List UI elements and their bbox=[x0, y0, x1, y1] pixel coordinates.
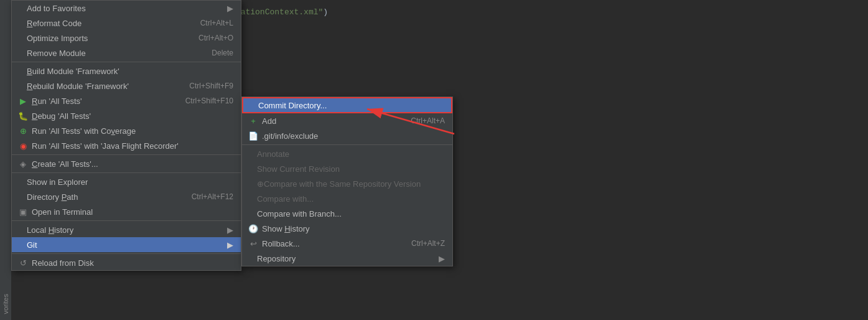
debug-icon: 🐛 bbox=[17, 111, 29, 121]
menu-item-create-tests[interactable]: ◈ Create 'All Tests'... bbox=[12, 156, 241, 171]
clock-icon: 🕐 bbox=[247, 224, 259, 233]
separator-4 bbox=[12, 220, 241, 221]
menu-item-run-tests[interactable]: ▶ Run 'All Tests' Ctrl+Shift+F10 bbox=[12, 93, 241, 108]
commit-dir-label: Commit Directory... bbox=[258, 101, 327, 110]
menu-item-git-compare-branch[interactable]: Compare with Branch... bbox=[242, 206, 452, 221]
separator-5 bbox=[12, 253, 241, 254]
menu-item-add-favorites[interactable]: Add to Favorites ▶ bbox=[12, 1, 241, 16]
main-context-menu: Add to Favorites ▶ Reformat Code Ctrl+Al… bbox=[11, 0, 241, 271]
menu-item-git-add[interactable]: + Add Ctrl+Alt+A bbox=[242, 113, 452, 128]
recorder-icon: ◉ bbox=[17, 141, 29, 151]
reload-icon: ↺ bbox=[17, 258, 29, 268]
menu-item-git-show-revision: Show Current Revision bbox=[242, 161, 452, 176]
file-icon: 📄 bbox=[247, 131, 259, 141]
separator-3 bbox=[12, 172, 241, 173]
menu-item-git-repository[interactable]: Repository ▶ bbox=[242, 251, 452, 266]
git-separator-1 bbox=[242, 144, 452, 145]
menu-item-build-module[interactable]: Build Module 'Framework' bbox=[12, 64, 241, 78]
coverage-icon: ⊕ bbox=[17, 126, 29, 136]
sidebar-label: vorites bbox=[2, 294, 9, 314]
menu-item-open-terminal[interactable]: ▣ Open in Terminal bbox=[12, 204, 241, 219]
menu-item-commit-dir[interactable]: Commit Directory... bbox=[242, 97, 452, 113]
git-submenu: Commit Directory... + Add Ctrl+Alt+A 📄 .… bbox=[241, 96, 453, 266]
arrow-icon-git: ▶ bbox=[215, 240, 233, 250]
menu-item-reload-disk[interactable]: ↺ Reload from Disk bbox=[12, 255, 241, 270]
terminal-icon: ▣ bbox=[17, 207, 29, 217]
add-favorites-label: Add to Favorites bbox=[27, 4, 86, 13]
menu-item-reformat-code[interactable]: Reformat Code Ctrl+Alt+L bbox=[12, 16, 241, 31]
menu-item-git-compare-repo: ⊕ Compare with the Same Repository Versi… bbox=[242, 176, 452, 191]
menu-item-git-exclude[interactable]: 📄 .git/info/exclude bbox=[242, 128, 452, 143]
rollback-icon: ↩ bbox=[247, 239, 259, 248]
menu-item-git-rollback[interactable]: ↩ Rollback... Ctrl+Alt+Z bbox=[242, 236, 452, 251]
menu-item-remove-module[interactable]: Remove Module Delete bbox=[12, 45, 241, 60]
menu-item-show-explorer[interactable]: Show in Explorer bbox=[12, 174, 241, 189]
arrow-icon-history: ▶ bbox=[215, 225, 233, 235]
menu-item-local-history[interactable]: Local History ▶ bbox=[12, 222, 241, 237]
menu-item-git[interactable]: Git ▶ bbox=[12, 237, 241, 252]
menu-item-run-coverage[interactable]: ⊕ Run 'All Tests' with Coverage bbox=[12, 123, 241, 138]
menu-item-run-recorder[interactable]: ◉ Run 'All Tests' with 'Java Flight Reco… bbox=[12, 138, 241, 153]
menu-item-git-compare: Compare with... bbox=[242, 191, 452, 206]
plus-icon: + bbox=[247, 116, 259, 126]
separator-1 bbox=[12, 62, 241, 62]
menu-item-git-history[interactable]: 🕐 Show History bbox=[242, 221, 452, 236]
menu-item-optimize-imports[interactable]: Optimize Imports Ctrl+Alt+O bbox=[12, 31, 241, 45]
menu-item-dir-path[interactable]: Directory Path Ctrl+Alt+F12 bbox=[12, 189, 241, 204]
separator-2 bbox=[12, 154, 241, 155]
menu-item-git-annotate: Annotate bbox=[242, 146, 452, 161]
arrow-icon-repo: ▶ bbox=[426, 254, 445, 263]
arrow-icon: ▶ bbox=[215, 4, 233, 13]
sidebar: vorites bbox=[0, 0, 11, 320]
menu-item-debug-tests[interactable]: 🐛 Debug 'All Tests' bbox=[12, 108, 241, 123]
menu-item-rebuild-module[interactable]: Rebuild Module 'Framework' Ctrl+Shift+F9 bbox=[12, 78, 241, 93]
create-icon: ◈ bbox=[17, 159, 29, 169]
run-icon: ▶ bbox=[17, 96, 29, 106]
